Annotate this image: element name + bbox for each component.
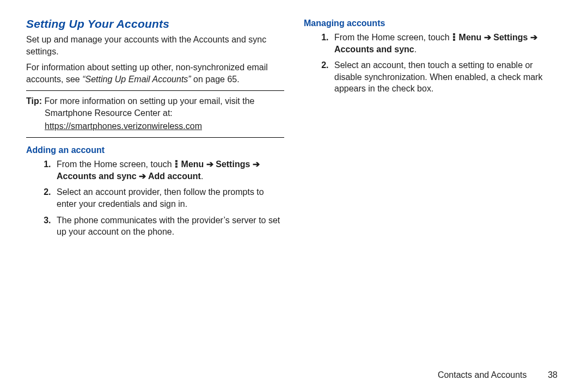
adding-steps: From the Home screen, touch Menu ➔ Setti… xyxy=(26,158,284,238)
footer-section: Contacts and Accounts xyxy=(438,370,527,379)
subhead-adding: Adding an account xyxy=(26,145,284,155)
tip-label: Tip: xyxy=(26,96,44,106)
mng-step-1: From the Home screen, touch Menu ➔ Setti… xyxy=(331,32,562,55)
two-column-layout: Setting Up Your Accounts Set up and mana… xyxy=(26,17,562,366)
section-title: Setting Up Your Accounts xyxy=(26,17,284,30)
add-step-3: The phone communicates with the provider… xyxy=(53,215,284,238)
intro-paragraph-2: For information about setting up other, … xyxy=(26,62,284,85)
intro2-xref: “Setting Up Email Accounts” xyxy=(82,75,191,84)
tip-line1: Tip: For more information on setting up … xyxy=(26,95,283,119)
left-column: Setting Up Your Accounts Set up and mana… xyxy=(26,17,284,366)
add-step-2: Select an account provider, then follow … xyxy=(53,186,284,210)
add-step-1: From the Home screen, touch Menu ➔ Setti… xyxy=(53,158,284,182)
mng-step1-post: . xyxy=(414,45,416,54)
menu-icon xyxy=(453,33,455,41)
intro2-post: on page 65. xyxy=(191,75,240,84)
add-step1-post: . xyxy=(201,171,203,181)
mng-step-2: Select an account, then touch a setting … xyxy=(331,59,562,95)
right-column: Managing accounts From the Home screen, … xyxy=(304,17,562,366)
mng-step1-pre: From the Home screen, touch xyxy=(334,33,452,42)
divider-bottom xyxy=(26,137,284,138)
intro-paragraph-1: Set up and manage your accounts with the… xyxy=(26,34,284,57)
manual-page: Setting Up Your Accounts Set up and mana… xyxy=(0,0,588,392)
subhead-managing: Managing accounts xyxy=(304,19,562,28)
page-footer: Contacts and Accounts 38 xyxy=(26,366,562,380)
menu-icon xyxy=(175,160,177,168)
footer-page-number: 38 xyxy=(541,370,558,380)
managing-steps: From the Home screen, touch Menu ➔ Setti… xyxy=(304,32,562,95)
tip-block: Tip: For more information on setting up … xyxy=(26,95,284,132)
tip-url-line: https://smartphones.verizonwireless.com xyxy=(26,120,283,132)
add-step1-pre: From the Home screen, touch xyxy=(57,160,174,169)
tip-url[interactable]: https://smartphones.verizonwireless.com xyxy=(45,121,202,131)
divider-top xyxy=(26,90,284,91)
tip-text: For more information on setting up your … xyxy=(44,96,254,118)
